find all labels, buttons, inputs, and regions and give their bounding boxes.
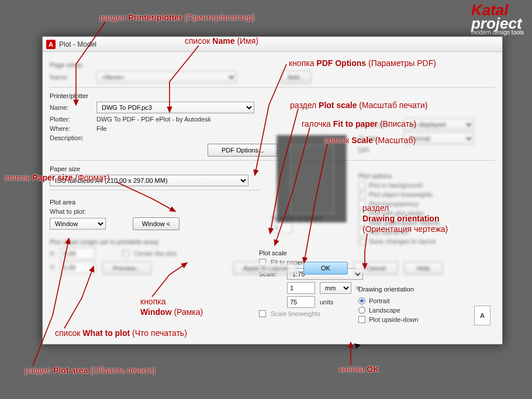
anno-orientation-pre: раздел: [362, 203, 389, 213]
pagesetup-name-label: Name:: [50, 74, 92, 81]
anno-whattoplot: список What to plot (Что печатать): [55, 328, 187, 338]
where-value: File: [96, 125, 107, 132]
anno-pdfoptions: кнопка PDF Options (Параметры PDF): [289, 58, 436, 68]
window-title: Plot - Model: [59, 40, 96, 48]
logo-subtitle: modern design tools: [471, 30, 524, 35]
anno-printer: раздел Printer/plotter (Принтер/плоттер): [99, 13, 255, 22]
portrait-radio[interactable]: [358, 297, 365, 304]
anno-orientation-b: Drawing orientation: [362, 214, 439, 223]
footer-buttons: Preview... Apply to Layout OK Cancel Hel…: [43, 262, 502, 275]
katalproject-logo: Katal project modern design tools: [471, 4, 524, 35]
copies-section: Number of copies: [272, 214, 322, 233]
anno-plotscale: раздел Plot scale (Масштаб печати): [290, 100, 427, 110]
upside-down-label: Plot upside-down: [369, 316, 418, 323]
portrait-label: Portrait: [369, 297, 389, 304]
anno-fittopaper: галочка Fit to paper (Вписать): [302, 119, 416, 129]
cancel-button[interactable]: Cancel: [354, 262, 398, 275]
scale-lineweights-checkbox[interactable]: [259, 310, 266, 317]
opt-savechanges: Save changes to layout: [369, 238, 436, 245]
anno-ok: кнопка OK: [339, 365, 379, 374]
plot-scale-heading: Plot scale: [259, 249, 376, 256]
drawing-orientation-section: Drawing orientation Portrait Landscape P…: [358, 286, 493, 325]
what-to-plot-label: What to plot:: [50, 208, 202, 215]
offset-x-label: X:: [50, 250, 56, 257]
pagesetup-name-select[interactable]: <None>: [96, 71, 237, 83]
orientation-heading: Drawing orientation: [358, 286, 493, 293]
plot-dialog: A Plot - Model Page setup Name: <None> A…: [42, 36, 503, 345]
printer-heading: Printer/plotter: [50, 92, 495, 99]
scale-denominator-input[interactable]: [287, 296, 315, 308]
preview-button[interactable]: Preview...: [102, 262, 151, 275]
anno-orientation-post: (Ориентация чертежа): [362, 224, 448, 234]
printer-plotter-section: Printer/plotter Name: DWG To PDF.pc3 Plo…: [50, 92, 495, 157]
landscape-radio[interactable]: [358, 307, 365, 314]
ok-button[interactable]: OK: [303, 262, 348, 275]
anno-plotarea: раздел Plot area (Область печати): [25, 366, 156, 375]
plot-offset-heading: Plot offset (origin set to printable are…: [50, 238, 225, 245]
what-to-plot-select[interactable]: Window: [50, 218, 106, 230]
pdf-options-button[interactable]: PDF Options...: [208, 144, 278, 157]
center-plot-checkbox[interactable]: [122, 250, 129, 257]
copies-label: Number of copies: [272, 214, 322, 221]
opt-lineweights: Plot object lineweights: [369, 191, 433, 198]
anno-window-pre: кнопка: [140, 297, 165, 306]
opt-background: Plot in background: [369, 182, 422, 189]
anno-scale: список Scale (Масштаб): [324, 136, 416, 145]
paper-size-heading: Paper size: [50, 165, 260, 172]
printer-name-label: Name:: [50, 104, 92, 111]
scale-numerator-input[interactable]: [287, 282, 315, 294]
plot-area-heading: Plot area: [50, 199, 202, 206]
anno-name: список Name (Имя): [185, 36, 258, 46]
center-plot-label: Center the plot: [134, 250, 176, 257]
landscape-label: Landscape: [369, 307, 400, 314]
plot-options-heading: Plot options: [358, 172, 499, 179]
upside-down-checkbox[interactable]: [358, 316, 365, 323]
titlebar[interactable]: A Plot - Model: [43, 37, 502, 52]
pagesetup-add-button[interactable]: Add...: [281, 71, 311, 84]
where-label: Where:: [50, 125, 92, 132]
orientation-icon: A: [474, 306, 490, 325]
help-button[interactable]: Help: [404, 262, 443, 275]
plot-area-section: Plot area What to plot: Window Window <: [50, 199, 202, 233]
units-label: units: [320, 299, 333, 306]
desc-label: Description:: [50, 134, 92, 141]
scale-unit-select[interactable]: mm: [320, 282, 351, 294]
copies-input[interactable]: [272, 221, 292, 233]
autocad-icon: A: [46, 40, 56, 49]
anno-papersize: список Paper size (Формат): [5, 173, 110, 182]
printer-name-select[interactable]: DWG To PDF.pc3: [96, 102, 254, 113]
plotter-label: Plotter:: [50, 116, 92, 123]
anno-window: Window (Рамка): [140, 307, 203, 317]
scale-lineweights-label: Scale lineweights: [271, 310, 320, 317]
apply-layout-button[interactable]: Apply to Layout: [233, 262, 298, 275]
window-pick-button[interactable]: Window <: [133, 217, 179, 230]
offset-x-input[interactable]: [60, 248, 95, 259]
plotter-value: DWG To PDF - PDF ePlot - by Autodesk: [96, 116, 211, 123]
